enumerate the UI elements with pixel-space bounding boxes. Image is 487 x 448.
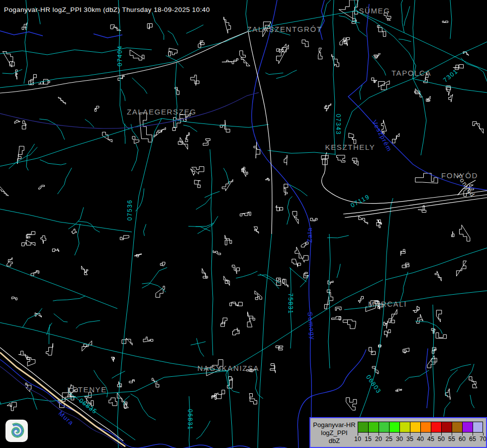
settlement-outline: [230, 302, 243, 306]
minor-road-line: [31, 392, 37, 410]
legend-color-cell: [473, 422, 483, 433]
minor-road-line: [196, 338, 204, 356]
minor-road-line: [40, 160, 66, 165]
road-line: [328, 234, 330, 368]
river-line: [426, 348, 429, 408]
settlement-outline: [277, 44, 286, 53]
minor-road-line: [287, 197, 292, 225]
minor-road-line: [152, 12, 164, 40]
settlement-outline: [310, 218, 317, 221]
river-line: [348, 4, 487, 190]
minor-road-line: [405, 370, 429, 381]
minor-road-line: [78, 222, 100, 232]
legend-color-cell: [358, 422, 368, 433]
minor-road-line: [53, 296, 85, 301]
minor-road-line: [184, 125, 197, 131]
settlement-outline: [469, 377, 477, 388]
settlement-outline: [7, 257, 12, 266]
settlement-outline: [109, 398, 117, 406]
settlement-outline: [301, 242, 308, 247]
settlement-outline: [14, 120, 20, 123]
minor-road-line: [266, 73, 284, 75]
settlement-outline: [452, 231, 455, 237]
legend-color-cell: [389, 422, 399, 433]
legend-tick-value: 35: [404, 436, 415, 443]
road-line: [189, 396, 190, 448]
minor-road-line: [196, 197, 211, 210]
settlement-outline: [27, 357, 35, 366]
town-outline: [140, 113, 152, 142]
legend-tick-value: 70: [478, 436, 487, 443]
town-outline: [85, 392, 94, 406]
road-line: [246, 0, 248, 31]
town-outline: [206, 360, 223, 376]
settlement-outline: [254, 227, 259, 233]
minor-road-line: [470, 395, 475, 408]
settlement-outline: [284, 155, 287, 165]
river-line: [0, 31, 43, 36]
settlement-outline: [22, 22, 27, 29]
settlement-outline: [460, 225, 470, 241]
minor-road-line: [0, 391, 1, 405]
settlement-outline: [431, 329, 435, 334]
town-outline: [352, 158, 358, 166]
settlement-outline: [82, 341, 92, 351]
settlement-outline: [276, 346, 283, 350]
road-line: [0, 371, 228, 404]
minor-road-line: [289, 184, 307, 196]
legend-tick-value: 15: [363, 436, 374, 443]
settlement-outline: [402, 263, 409, 268]
radar-map-image: SÜMEGZALASZENTGRÓTTAPOLCAZALAEGERSZEGKES…: [0, 0, 487, 448]
town-outline: [415, 173, 438, 183]
minor-road-line: [339, 16, 360, 23]
settlement-outline: [225, 235, 232, 245]
town-outline: [389, 310, 397, 323]
settlement-outline: [26, 231, 35, 238]
settlement-outline: [2, 52, 14, 67]
settlement-outline: [401, 249, 405, 256]
shoreline-railway-line: [248, 31, 272, 234]
minor-road-line: [168, 31, 178, 45]
settlement-outline: [385, 330, 391, 337]
minor-road-line: [398, 39, 411, 42]
county-border-line: [0, 93, 259, 128]
settlement-outline: [324, 104, 331, 111]
minor-road-line: [354, 0, 367, 36]
settlement-outline: [318, 48, 322, 59]
spiral-icon: [5, 420, 28, 442]
radar-product-title: Poganyvar-HR logZ_PPI 30km (dbZ) Thursda…: [4, 6, 210, 13]
settlement-outline: [232, 265, 240, 274]
minor-road-line: [131, 394, 156, 420]
road-line: [228, 371, 233, 448]
legend-tick-value: 60: [457, 436, 468, 443]
shoreline-railway-line: [345, 198, 487, 218]
settlement-outline: [15, 70, 17, 79]
settlement-outline: [129, 380, 135, 383]
settlement-outline: [254, 142, 260, 158]
settlement-outline: [435, 271, 441, 281]
settlement-outline: [198, 41, 204, 47]
legend-colorbar: [358, 422, 483, 433]
road-line: [248, 11, 356, 31]
settlement-outline: [416, 314, 423, 323]
settlement-outline: [213, 250, 220, 254]
settlement-outline: [270, 364, 276, 373]
settlement-outline: [457, 261, 467, 276]
legend-title-line2: logZ_PPI: [311, 429, 357, 437]
minor-road-line: [85, 119, 94, 127]
road-line: [386, 198, 393, 280]
minor-road-line: [401, 0, 404, 33]
minor-road-line: [58, 168, 72, 194]
minor-road-line: [236, 271, 257, 278]
settlement-outline: [41, 236, 46, 244]
town-outline: [227, 377, 233, 388]
settlement-outline: [160, 262, 165, 266]
settlement-outline: [12, 297, 17, 300]
settlement-outline: [224, 17, 231, 33]
settlement-outline: [352, 18, 356, 23]
settlement-outline: [292, 259, 301, 267]
settlement-outline: [143, 337, 153, 342]
settlement-outline: [374, 54, 381, 59]
settlement-outline: [52, 248, 59, 252]
shoreline-railway-line: [0, 31, 248, 93]
